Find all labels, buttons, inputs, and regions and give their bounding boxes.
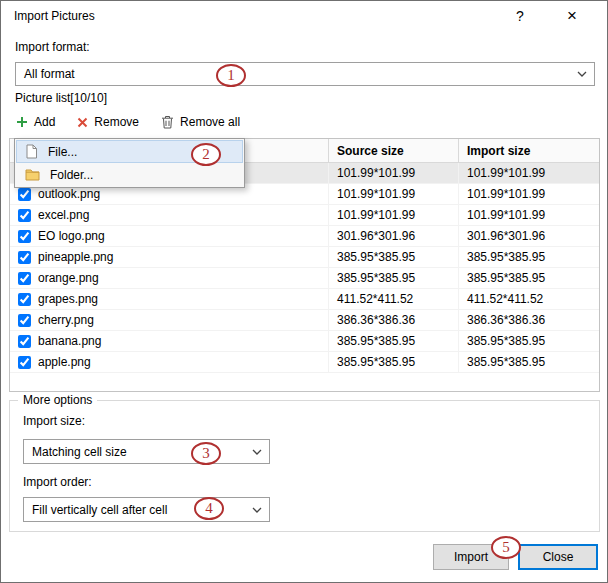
column-source-size[interactable]: Source size xyxy=(329,139,459,162)
import-size-select-value: Matching cell size xyxy=(32,445,127,459)
annotation-3: 3 xyxy=(191,442,221,465)
file-name: cherry.png xyxy=(38,313,94,327)
import-size-value: 411.52*411.52 xyxy=(459,289,599,309)
file-name: banana.png xyxy=(38,334,101,348)
source-size-value: 385.95*385.95 xyxy=(329,247,459,267)
row-checkbox[interactable] xyxy=(18,335,31,348)
table-row[interactable]: apple.png 385.95*385.95 385.95*385.95 xyxy=(10,352,599,373)
import-size-select[interactable]: Matching cell size xyxy=(23,439,270,464)
titlebar-help-button[interactable]: ? xyxy=(505,1,535,31)
import-size-value: 101.99*101.99 xyxy=(459,163,599,183)
file-icon xyxy=(25,144,38,159)
import-format-select[interactable]: All format xyxy=(15,62,595,86)
import-size-value: 301.96*301.96 xyxy=(459,226,599,246)
table-row[interactable]: EO logo.png 301.96*301.96 301.96*301.96 xyxy=(10,226,599,247)
import-size-value: 385.95*385.95 xyxy=(459,268,599,288)
import-order-select-value: Fill vertically cell after cell xyxy=(32,503,167,517)
row-checkbox[interactable] xyxy=(18,188,31,201)
import-size-value: 101.99*101.99 xyxy=(459,184,599,204)
import-order-select[interactable]: Fill vertically cell after cell xyxy=(23,497,270,522)
remove-button[interactable]: Remove xyxy=(77,115,139,129)
annotation-4: 4 xyxy=(194,497,224,520)
add-plus-icon xyxy=(16,116,28,128)
row-checkbox[interactable] xyxy=(18,272,31,285)
import-order-label: Import order: xyxy=(23,475,92,489)
file-name: EO logo.png xyxy=(38,229,105,243)
file-name: orange.png xyxy=(38,271,99,285)
add-button[interactable]: Add xyxy=(16,115,55,129)
more-options-group: More options Import size: Matching cell … xyxy=(9,400,600,532)
table-row[interactable]: banana.png 385.95*385.95 385.95*385.95 xyxy=(10,331,599,352)
import-size-value: 385.95*385.95 xyxy=(459,331,599,351)
file-name: outlook.png xyxy=(38,187,100,201)
source-size-value: 385.95*385.95 xyxy=(329,352,459,372)
import-format-label: Import format: xyxy=(15,40,90,54)
source-size-value: 386.36*386.36 xyxy=(329,310,459,330)
chevron-down-icon xyxy=(577,71,587,77)
import-size-value: 385.95*385.95 xyxy=(459,247,599,267)
source-size-value: 101.99*101.99 xyxy=(329,163,459,183)
row-checkbox[interactable] xyxy=(18,314,31,327)
more-options-label: More options xyxy=(18,393,97,407)
table-row[interactable]: grapes.png 411.52*411.52 411.52*411.52 xyxy=(10,289,599,310)
remove-x-icon xyxy=(77,117,88,128)
folder-icon xyxy=(25,168,40,181)
row-checkbox[interactable] xyxy=(18,230,31,243)
row-checkbox[interactable] xyxy=(18,356,31,369)
picture-list-label: Picture list[10/10] xyxy=(15,91,107,105)
import-size-value: 101.99*101.99 xyxy=(459,205,599,225)
menu-item-folder[interactable]: Folder... xyxy=(16,163,243,186)
column-import-size[interactable]: Import size xyxy=(459,139,599,162)
table-row[interactable]: pineapple.png 385.95*385.95 385.95*385.9… xyxy=(10,247,599,268)
file-name: grapes.png xyxy=(38,292,98,306)
annotation-1: 1 xyxy=(216,64,246,87)
chevron-down-icon xyxy=(252,449,262,455)
file-name: excel.png xyxy=(38,208,89,222)
picture-list-toolbar: Add Remove Remove all xyxy=(16,109,240,135)
remove-all-button[interactable]: Remove all xyxy=(161,115,240,129)
chevron-down-icon xyxy=(252,507,262,513)
import-size-label: Import size: xyxy=(23,414,85,428)
remove-label: Remove xyxy=(94,115,139,129)
row-checkbox[interactable] xyxy=(18,293,31,306)
menu-item-file-label: File... xyxy=(48,145,77,159)
row-checkbox[interactable] xyxy=(18,251,31,264)
import-size-value: 386.36*386.36 xyxy=(459,310,599,330)
remove-all-label: Remove all xyxy=(180,115,240,129)
table-row[interactable]: cherry.png 386.36*386.36 386.36*386.36 xyxy=(10,310,599,331)
import-format-value: All format xyxy=(24,67,75,81)
source-size-value: 385.95*385.95 xyxy=(329,268,459,288)
import-size-value: 385.95*385.95 xyxy=(459,352,599,372)
source-size-value: 411.52*411.52 xyxy=(329,289,459,309)
source-size-value: 385.95*385.95 xyxy=(329,331,459,351)
file-name: pineapple.png xyxy=(38,250,113,264)
add-label: Add xyxy=(34,115,55,129)
menu-item-folder-label: Folder... xyxy=(50,168,93,182)
table-row[interactable]: excel.png 101.99*101.99 101.99*101.99 xyxy=(10,205,599,226)
titlebar: Import Pictures ? × xyxy=(1,1,607,31)
titlebar-close-button[interactable]: × xyxy=(557,1,587,31)
file-name: apple.png xyxy=(38,355,91,369)
source-size-value: 101.99*101.99 xyxy=(329,205,459,225)
annotation-2: 2 xyxy=(191,143,221,166)
source-size-value: 301.96*301.96 xyxy=(329,226,459,246)
annotation-5: 5 xyxy=(491,536,521,559)
table-row[interactable]: orange.png 385.95*385.95 385.95*385.95 xyxy=(10,268,599,289)
dialog-title: Import Pictures xyxy=(14,9,95,23)
close-button[interactable]: Close xyxy=(518,544,598,570)
trash-icon xyxy=(161,115,174,129)
import-pictures-dialog: Import Pictures ? × Import format: All f… xyxy=(0,0,608,583)
source-size-value: 101.99*101.99 xyxy=(329,184,459,204)
row-checkbox[interactable] xyxy=(18,209,31,222)
